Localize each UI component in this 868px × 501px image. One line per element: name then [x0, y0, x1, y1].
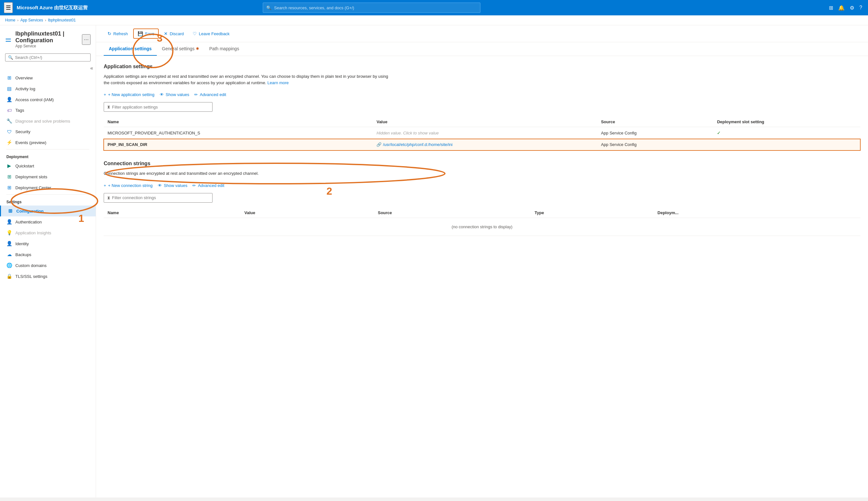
row-name: PHP_INI_SCAN_DIR	[104, 139, 373, 150]
row-source: App Service Config	[597, 139, 714, 150]
link-icon: 🔗	[376, 142, 382, 147]
sidebar-search-input[interactable]	[15, 55, 88, 60]
nav-security-label: Security	[15, 129, 30, 134]
notifications-icon[interactable]: 🔔	[836, 3, 847, 13]
portal-menu-icon[interactable]: ⊞	[827, 3, 835, 13]
nav-authentication[interactable]: 👤 Authentication	[0, 216, 96, 227]
nav-diagnose-label: Diagnose and solve problems	[15, 119, 70, 124]
nav-tls-ssl[interactable]: 🔒 TLS/SSL settings	[0, 271, 96, 282]
filter-app-settings-input[interactable]	[112, 105, 209, 109]
save-button[interactable]: 💾 Save	[133, 29, 159, 39]
show-connection-values-button[interactable]: 👁 Show values	[158, 182, 187, 189]
col-cs-name: Name	[104, 208, 240, 218]
nav-identity[interactable]: 👤 Identity	[0, 238, 96, 249]
tags-icon: 🏷	[7, 108, 12, 113]
no-data-message: (no connection strings to display)	[104, 218, 860, 236]
new-connection-string-button[interactable]: + + New connection string	[104, 182, 153, 189]
search-input[interactable]	[274, 6, 477, 10]
col-cs-type: Type	[531, 208, 654, 218]
feedback-icon: ♡	[193, 31, 197, 36]
tab-path-mappings[interactable]: Path mappings	[204, 42, 244, 56]
nav-application-insights[interactable]: 💡 Application Insights	[0, 227, 96, 238]
row-deployment-slot	[713, 139, 860, 150]
sidebar-collapse-button[interactable]: «	[90, 65, 93, 71]
discard-button[interactable]: ✕ Discard	[160, 29, 187, 38]
resource-icon: ⚌	[5, 35, 11, 44]
nav-events[interactable]: ⚡ Events (preview)	[0, 137, 96, 148]
nav-security[interactable]: 🛡 Security	[0, 126, 96, 137]
col-name: Name	[104, 117, 373, 127]
nav-overview-label: Overview	[15, 76, 33, 81]
nav-custom-domains[interactable]: 🌐 Custom domains	[0, 260, 96, 271]
access-control-icon: 👤	[7, 97, 12, 103]
nav-configuration-label: Configuration	[16, 209, 44, 214]
nav-deployment-center[interactable]: ⊞ Deployment Center	[0, 182, 96, 193]
tab-general-settings[interactable]: General settings ✱	[157, 42, 204, 56]
app-settings-table: Name Value Source Deployment slot settin…	[104, 117, 860, 150]
nav-events-label: Events (preview)	[15, 140, 46, 145]
table-header-row: Name Value Source Deployment slot settin…	[104, 117, 860, 127]
help-icon[interactable]: ?	[857, 3, 864, 13]
nav-backups[interactable]: ☁ Backups	[0, 249, 96, 260]
refresh-button[interactable]: ↻ Refresh	[104, 29, 132, 38]
connection-strings-filter[interactable]: ⧗	[104, 193, 213, 203]
tls-ssl-icon: 🔒	[7, 274, 12, 279]
nav-access-control-label: Access control (IAM)	[15, 97, 54, 102]
learn-more-link[interactable]: Learn more	[268, 81, 289, 85]
advanced-edit-button[interactable]: ✏ Advanced edit	[194, 91, 226, 98]
more-options-button[interactable]: ···	[82, 34, 90, 45]
breadcrumb-app-services[interactable]: App Services	[21, 18, 43, 22]
col-value: Value	[373, 117, 597, 127]
breadcrumb: Home › App Services › lbphplinuxtest01	[0, 15, 868, 25]
application-insights-icon: 💡	[7, 230, 12, 236]
resource-name: lbphplinuxtest01 | Configuration	[15, 30, 78, 44]
connection-strings-section: Connection strings Connection strings ar…	[104, 161, 860, 236]
settings-icon[interactable]: ⚙	[848, 3, 856, 13]
main-layout: ⚌ lbphplinuxtest01 | Configuration App S…	[0, 25, 868, 498]
global-search[interactable]: 🔍	[263, 2, 480, 13]
topbar-actions: ⊞ 🔔 ⚙ ?	[827, 3, 864, 13]
connection-strings-title: Connection strings	[104, 161, 860, 167]
feedback-button[interactable]: ♡ Leave Feedback	[189, 29, 233, 38]
checkmark-icon: ✓	[717, 130, 721, 136]
show-values-button[interactable]: 👁 Show values	[160, 91, 190, 98]
tab-modified-indicator: ✱	[196, 46, 199, 51]
discard-label: Discard	[170, 31, 184, 36]
advanced-edit-connection-button[interactable]: ✏ Advanced edit	[192, 182, 224, 189]
nav-configuration[interactable]: ⊞ Configuration	[0, 205, 96, 216]
breadcrumb-home[interactable]: Home	[5, 18, 15, 22]
connection-strings-description: Connection strings are encrypted at rest…	[104, 170, 392, 177]
nav-tags[interactable]: 🏷 Tags	[0, 105, 96, 116]
sidebar-search-icon: 🔍	[8, 55, 13, 60]
table-row[interactable]: PHP_INI_SCAN_DIR 🔗 /usr/local/etc/php/co…	[104, 139, 860, 150]
nav-activity-log[interactable]: ▤ Activity log	[0, 83, 96, 94]
authentication-icon: 👤	[7, 219, 12, 225]
nav-quickstart[interactable]: ▶ Quickstart	[0, 160, 96, 171]
breadcrumb-resource[interactable]: lbphplinuxtest01	[48, 18, 76, 22]
identity-icon: 👤	[7, 241, 12, 246]
nav-overview[interactable]: ⊞ Overview	[0, 72, 96, 83]
nav-diagnose[interactable]: 🔧 Diagnose and solve problems	[0, 116, 96, 126]
custom-domains-icon: 🌐	[7, 263, 12, 268]
tab-general-settings-label: General settings	[162, 46, 195, 51]
nav-quickstart-label: Quickstart	[15, 163, 34, 168]
hamburger-menu[interactable]: ☰	[4, 2, 13, 13]
settings-divider	[7, 194, 89, 195]
new-app-setting-button[interactable]: + + New application setting	[104, 91, 154, 98]
nav-deployment-center-label: Deployment Center	[15, 185, 51, 190]
refresh-icon: ↻	[108, 31, 111, 36]
row-value: Hidden value. Click to show value	[373, 127, 597, 139]
filter-icon-2: ⧗	[107, 195, 110, 200]
search-icon: 🔍	[266, 6, 271, 10]
plus-icon: +	[104, 92, 106, 97]
nav-backups-label: Backups	[15, 252, 31, 257]
configuration-icon: ⊞	[7, 208, 13, 214]
nav-deployment-slots[interactable]: ⊞ Deployment slots	[0, 171, 96, 182]
app-settings-actions: + + New application setting 👁 Show value…	[104, 91, 860, 98]
nav-access-control[interactable]: 👤 Access control (IAM)	[0, 94, 96, 105]
filter-connection-strings-input[interactable]	[112, 195, 209, 200]
table-row[interactable]: MICROSOFT_PROVIDER_AUTHENTICATION_S Hidd…	[104, 127, 860, 139]
tab-application-settings[interactable]: Application settings	[104, 42, 157, 56]
app-settings-filter[interactable]: ⧗	[104, 102, 213, 112]
sidebar-search[interactable]: 🔍	[5, 53, 90, 62]
